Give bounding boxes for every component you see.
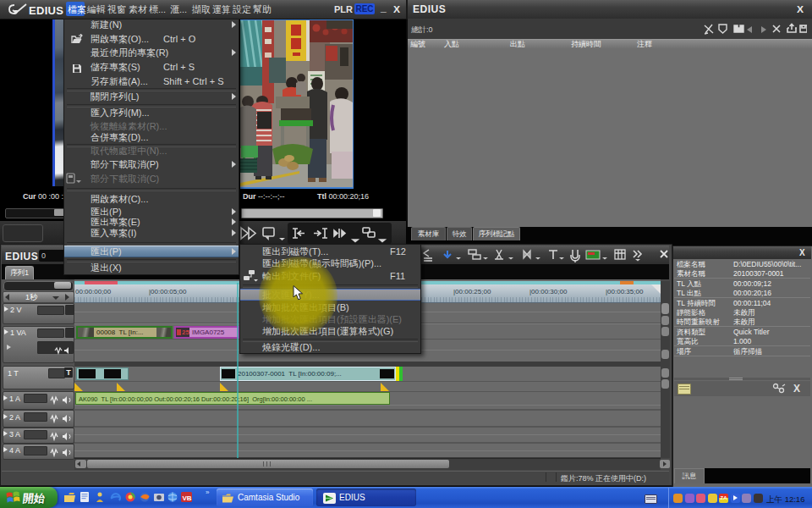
svg-text:VB: VB: [183, 494, 192, 502]
